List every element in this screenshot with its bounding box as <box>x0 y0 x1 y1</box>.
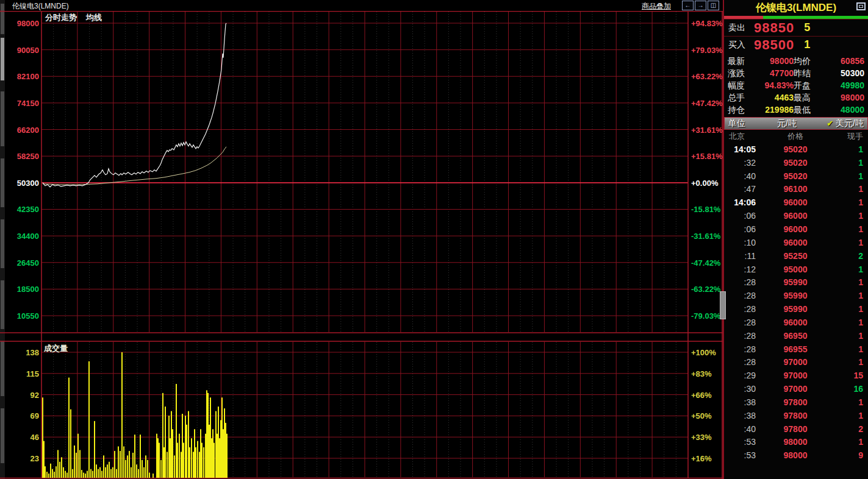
pct-axis-tick: +79.03% <box>691 46 723 55</box>
trade-row: :38978001 <box>724 396 868 409</box>
trade-row: :40978002 <box>724 422 868 436</box>
ask-row: 卖出 98850 5 <box>724 19 868 36</box>
trade-qty: 1 <box>835 171 863 181</box>
restore-window-icon[interactable] <box>856 2 866 10</box>
stat-label: 持仓 <box>728 104 755 116</box>
trade-qty: 16 <box>835 384 863 394</box>
trade-time: :10 <box>729 238 756 247</box>
trade-row: :12950001 <box>724 263 868 276</box>
legend-ma-line: 均线 <box>85 13 102 22</box>
ask-price: 98850 <box>754 20 794 36</box>
volume-axis-tick: 69 <box>30 411 39 420</box>
price-axis-tick: 90050 <box>17 46 39 55</box>
stat-value: 48000 <box>823 104 864 116</box>
split-window-icon[interactable]: ◫ <box>708 1 719 10</box>
trading-terminal: 9800090050821007415066200582505030042350… <box>0 0 868 479</box>
pct-axis-tick: +15.81% <box>691 152 723 161</box>
pct-axis-tick: -79.03% <box>691 311 721 321</box>
commodity-overlay-link[interactable]: 商品叠加 <box>642 1 671 12</box>
volume-axis-tick: 138 <box>26 348 39 357</box>
price-line <box>43 23 226 187</box>
trade-row: :299700015 <box>724 369 868 382</box>
price-axis-tick: 10550 <box>17 311 39 321</box>
trade-price: 96000 <box>756 197 835 207</box>
trade-row: :32950201 <box>724 156 868 169</box>
scroll-left-icon[interactable]: ← <box>682 1 694 10</box>
pct-axis-tick: -15.81% <box>691 205 721 214</box>
trade-row: :06960001 <box>724 209 868 222</box>
trade-time: :28 <box>729 291 756 300</box>
trade-qty: 1 <box>835 411 863 420</box>
trade-price: 95020 <box>756 158 835 168</box>
scroll-right-icon[interactable]: → <box>695 1 706 10</box>
trade-qty: 1 <box>835 197 863 207</box>
trade-price: 95000 <box>756 264 835 274</box>
pct-axis-tick: +47.42% <box>691 99 723 108</box>
stat-value: 94.83% <box>755 79 794 91</box>
trade-row: :38978001 <box>724 409 868 422</box>
pct-axis-tick: +63.22% <box>691 72 723 81</box>
trade-price: 97800 <box>756 424 835 434</box>
price-axis-tick: 50300 <box>17 179 39 188</box>
trade-time: :29 <box>729 371 756 380</box>
volume-axis-tick: 46 <box>30 433 39 442</box>
trade-row: :53980001 <box>724 436 868 449</box>
price-axis-tick: 74150 <box>17 99 39 108</box>
trade-price: 98000 <box>756 450 835 460</box>
pct-axis-tick: -31.61% <box>691 232 721 241</box>
trade-qty: 1 <box>835 331 863 341</box>
trade-row: :10960001 <box>724 236 868 249</box>
time-sales-list: 14:05950201:32950201:40950201:4796100114… <box>724 143 868 462</box>
trade-time: :28 <box>729 344 756 354</box>
ask-label: 卖出 <box>728 23 754 34</box>
trade-price: 97000 <box>756 357 835 367</box>
unit-usd-option[interactable]: 美元/吨 <box>836 118 864 129</box>
trade-time: 14:06 <box>729 197 756 207</box>
volume-pct-tick: +50% <box>691 411 712 420</box>
volume-pct-tick: +66% <box>691 391 712 400</box>
time-sales-header: 北京 价格 现手 <box>724 130 868 143</box>
splitter-handle[interactable] <box>720 291 726 319</box>
trade-price: 95020 <box>756 171 835 181</box>
trade-qty: 2 <box>835 424 863 434</box>
stat-label: 均价 <box>794 55 823 67</box>
trade-price: 95990 <box>756 304 835 314</box>
column-qty: 现手 <box>835 130 863 143</box>
trade-time: :53 <box>729 437 756 447</box>
contract-title: 伦镍电3(LMNDE) <box>12 1 69 12</box>
trade-row: :28969551 <box>724 342 868 356</box>
unit-cny-option[interactable]: 元/吨 <box>777 118 797 129</box>
trade-qty: 1 <box>835 437 863 447</box>
trade-qty: 1 <box>835 277 863 287</box>
stat-label: 幅度 <box>728 79 755 91</box>
price-axis-tick: 18500 <box>17 285 39 294</box>
trade-row: :28959901 <box>724 302 868 316</box>
trade-time: :40 <box>729 171 756 181</box>
pct-axis-tick: -63.22% <box>691 285 721 294</box>
volume-pct-tick: +83% <box>691 369 712 378</box>
trade-price: 96100 <box>756 184 835 194</box>
trade-row: :28959901 <box>724 275 868 289</box>
stat-label: 最低 <box>794 104 823 116</box>
trade-row: :47961001 <box>724 183 868 196</box>
stat-label: 涨跌 <box>728 67 755 79</box>
trade-row: :53980009 <box>724 449 868 462</box>
trade-price: 96950 <box>756 331 835 341</box>
trade-time: :12 <box>729 264 756 274</box>
bid-price: 98500 <box>754 37 794 53</box>
column-price: 价格 <box>756 130 835 143</box>
unit-selector-row[interactable]: 单位 元/吨 ✔ 美元/吨 <box>724 117 868 130</box>
stat-value: 47700 <box>755 67 794 79</box>
trade-qty: 1 <box>835 184 863 194</box>
price-axis-tick: 58250 <box>17 152 39 161</box>
quote-stats-grid: 最新98000均价60856涨跌47700昨结50300幅度94.83%开盘49… <box>724 53 868 116</box>
bid-qty: 1 <box>804 38 810 51</box>
trade-time: :06 <box>729 224 756 234</box>
check-icon: ✔ <box>827 119 833 128</box>
column-time: 北京 <box>729 130 756 143</box>
trade-price: 96955 <box>756 344 835 354</box>
trade-qty: 1 <box>835 397 863 407</box>
pct-axis-tick: +94.83% <box>691 19 723 28</box>
stat-value: 50300 <box>823 67 864 79</box>
trade-row: 14:05950201 <box>724 143 868 156</box>
